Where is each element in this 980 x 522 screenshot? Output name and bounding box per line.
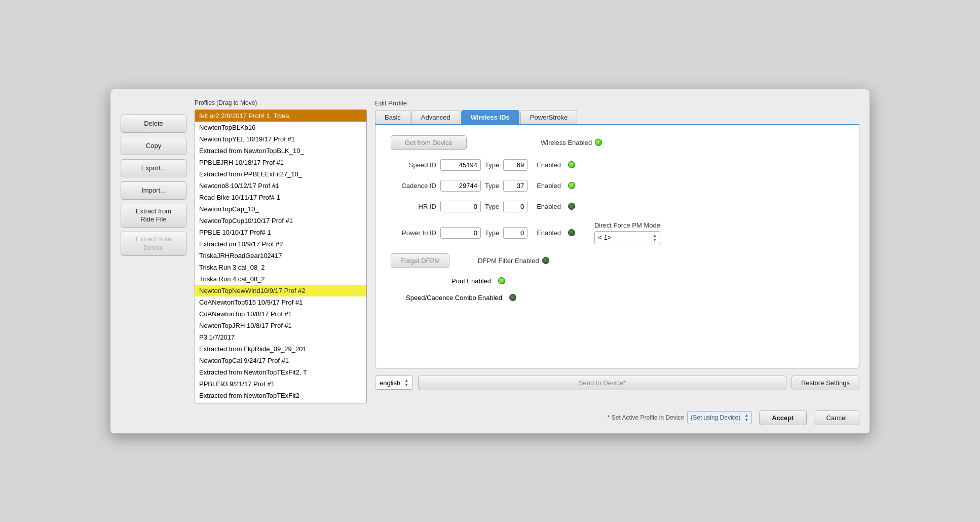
- copy-button[interactable]: Copy: [121, 137, 186, 155]
- wireless-enabled-led: [595, 139, 602, 146]
- delete-button[interactable]: Delete: [121, 115, 186, 133]
- list-item[interactable]: Extracted from FkpRiide_09_29_201: [195, 343, 366, 355]
- profile-list-wrapper: Profiles (Drag to Move) felt ar2 2/8/201…: [195, 99, 367, 403]
- list-item[interactable]: Newtonb8 10/12/17 Prof #1: [195, 180, 366, 192]
- direct-force-select[interactable]: <-1> ▲▼: [594, 231, 660, 244]
- list-item[interactable]: NewtonTopYEL 10/19/17 Prof #1: [195, 133, 366, 145]
- dfpm-filter-group: DFPM Filter Enabled: [468, 257, 549, 265]
- edit-profile-label: Edit Profile: [375, 99, 859, 107]
- power-in-enabled-led: [568, 229, 575, 236]
- list-item[interactable]: felt ar2 2/8/2017 Prof# 1, Twea: [195, 110, 366, 122]
- speed-type-label: Type: [485, 161, 499, 169]
- hr-type-input[interactable]: [503, 201, 527, 212]
- send-to-device-button[interactable]: Send to Device*: [418, 376, 786, 390]
- list-item[interactable]: Road Bike 10/11/17 Prof# 1: [195, 192, 366, 203]
- tab-basic[interactable]: Basic: [375, 110, 410, 124]
- forget-dfpm-button[interactable]: Forget DFPM: [391, 253, 449, 268]
- cadence-type-input[interactable]: [503, 180, 527, 192]
- profiles-label: Profiles (Drag to Move): [195, 99, 367, 106]
- cancel-button[interactable]: Cancel: [814, 411, 859, 425]
- list-item[interactable]: Triska Run 4 cal_08_2: [195, 273, 366, 285]
- direct-force-section: Direct Force PM Model <-1> ▲▼: [594, 221, 662, 244]
- cadence-enabled-led: [568, 182, 575, 189]
- power-in-id-input[interactable]: [440, 227, 481, 239]
- power-in-type-input[interactable]: [503, 227, 527, 239]
- speed-id-label: Speed ID: [391, 161, 436, 169]
- wireless-content: Get from Device Wireless Enabled Speed I…: [391, 135, 844, 302]
- list-item[interactable]: Extracted on 10/9/17 Prof #2: [195, 238, 366, 250]
- list-item[interactable]: P3 1/7/2017: [195, 331, 366, 343]
- tab-content: Get from Device Wireless Enabled Speed I…: [375, 125, 859, 368]
- power-in-enabled-label: Enabled: [537, 229, 561, 237]
- extract-device-button[interactable]: Extract from Device: [121, 232, 186, 256]
- speed-enabled-led: [568, 161, 575, 168]
- speed-cadence-combo-led: [509, 294, 516, 301]
- right-panel: Edit Profile BasicAdvancedWireless IDsPo…: [375, 99, 859, 390]
- speed-type-input[interactable]: [503, 159, 527, 171]
- tab-advanced[interactable]: Advanced: [411, 110, 460, 124]
- cadence-id-label: Cadence ID: [391, 182, 436, 190]
- dfpm-filter-led: [542, 257, 549, 264]
- dfpm-filter-label: DFPM Filter Enabled: [478, 257, 539, 265]
- hr-type-label: Type: [485, 203, 499, 210]
- set-active-area: * Set Active Profile in Device (Set usin…: [608, 411, 752, 424]
- list-item[interactable]: Extracted from NewtonTopBLK_10_: [195, 145, 366, 157]
- pout-enabled-label: Pout Enabled: [451, 277, 491, 285]
- list-item[interactable]: NewtonTopNewWind10/9/17 Prof #2: [195, 285, 366, 296]
- list-item[interactable]: PPBLE 10/10/17 Prof# 1: [195, 227, 366, 238]
- cadence-enabled-label: Enabled: [537, 182, 561, 190]
- speed-cadence-combo-label: Speed/Cadence Combo Enabled: [406, 294, 502, 302]
- select-arrows-icon: ▲▼: [653, 233, 657, 242]
- cadence-id-row: Cadence ID Type Enabled: [391, 180, 844, 192]
- list-item[interactable]: TriskaJRHRoadGear102417: [195, 250, 366, 262]
- list-item[interactable]: NewtonTopCup10/10/17 Prof #1: [195, 215, 366, 227]
- pout-enabled-led: [498, 277, 505, 284]
- pout-row: Pout Enabled: [451, 277, 844, 285]
- list-item[interactable]: NewtonTopCal 9/24/17 Prof #1: [195, 355, 366, 366]
- wireless-enabled-label: Wireless Enabled: [541, 139, 592, 146]
- direct-force-value: <-1>: [598, 234, 612, 241]
- list-item[interactable]: Extracted from NewtonTopTExFit2: [195, 390, 366, 401]
- list-item[interactable]: Extracted from PPBLEExFit27_10_: [195, 168, 366, 180]
- forget-dfpm-row: Forget DFPM DFPM Filter Enabled: [391, 253, 844, 268]
- sidebar-buttons: Delete Copy Export... Import... Extract …: [121, 99, 186, 256]
- tab-wireless-ids[interactable]: Wireless IDs: [461, 110, 519, 124]
- speed-cadence-row: Speed/Cadence Combo Enabled: [406, 294, 844, 302]
- power-in-type-label: Type: [485, 229, 499, 237]
- language-value: english: [380, 379, 400, 387]
- list-item[interactable]: Extracted from NewtonTopTExFit2, T: [195, 366, 366, 378]
- extract-ride-button[interactable]: Extract from Ride File: [121, 204, 186, 228]
- export-button[interactable]: Export...: [121, 159, 186, 177]
- list-item[interactable]: Triska Run 3 cal_08_2: [195, 262, 366, 273]
- power-in-row: Power In ID Type Enabled Direct Force PM…: [391, 221, 844, 244]
- speed-id-row: Speed ID Type Enabled: [391, 159, 844, 171]
- list-item[interactable]: CdANewtonTop515 10/9/17 Prof #1: [195, 296, 366, 308]
- list-item[interactable]: NewtonTopJRH 10/8/17 Prof #1: [195, 320, 366, 331]
- accept-button[interactable]: Accept: [759, 411, 806, 425]
- hr-id-label: HR ID: [391, 203, 436, 210]
- speed-enabled-label: Enabled: [537, 161, 561, 169]
- device-select[interactable]: (Set using Device) ▲▼: [687, 411, 752, 424]
- get-from-device-row: Get from Device Wireless Enabled: [391, 135, 844, 150]
- hr-enabled-label: Enabled: [537, 203, 561, 210]
- language-select[interactable]: english ▲▼: [375, 376, 413, 390]
- device-select-arrows-icon: ▲▼: [744, 413, 748, 422]
- hr-enabled-led: [568, 203, 575, 210]
- language-arrows-icon: ▲▼: [404, 378, 408, 387]
- list-item[interactable]: NewtonTopCap_10_: [195, 203, 366, 215]
- power-in-id-label: Power In ID: [391, 229, 436, 237]
- profile-list[interactable]: felt ar2 2/8/2017 Prof# 1, TweaNewtonTop…: [195, 109, 367, 403]
- tab-powerstroke[interactable]: PowerStroke: [520, 110, 577, 124]
- hr-id-input[interactable]: [440, 201, 481, 212]
- restore-settings-button[interactable]: Restore Settings: [791, 376, 859, 390]
- list-item[interactable]: PPBLEJRH 10/18/17 Prof #1: [195, 157, 366, 168]
- import-button[interactable]: Import...: [121, 181, 186, 200]
- get-from-device-button[interactable]: Get from Device: [391, 135, 467, 150]
- list-item[interactable]: PPBLE93 9/21/17 Prof #1: [195, 378, 366, 390]
- main-dialog: Delete Copy Export... Import... Extract …: [110, 89, 870, 434]
- list-item[interactable]: CdANewtonTop 10/8/17 Prof #1: [195, 308, 366, 320]
- list-item[interactable]: NewtonTopBLKb16_: [195, 122, 366, 133]
- speed-id-input[interactable]: [440, 159, 481, 171]
- cadence-id-input[interactable]: [440, 180, 481, 192]
- bottom-bar: english ▲▼ Send to Device* Restore Setti…: [375, 376, 859, 390]
